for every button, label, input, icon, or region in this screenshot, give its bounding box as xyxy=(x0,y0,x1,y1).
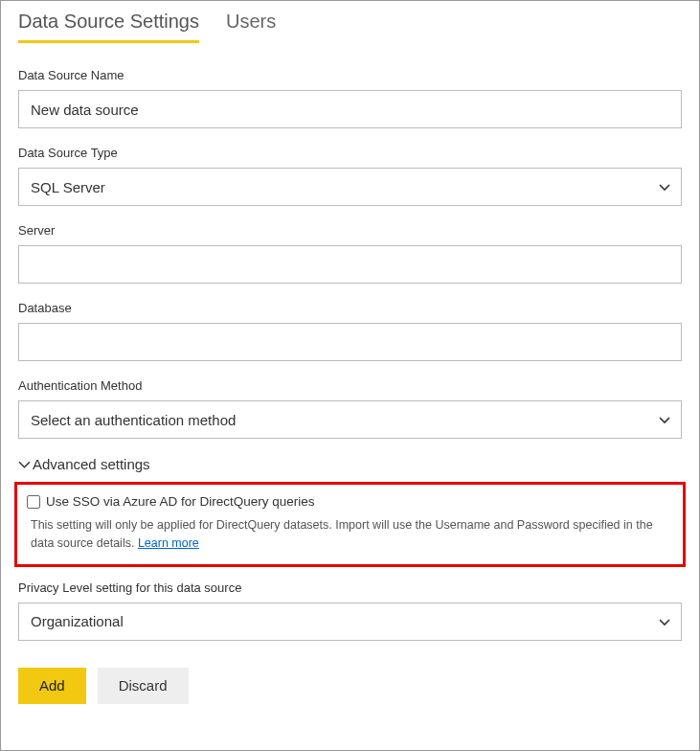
sso-highlight-box: Use SSO via Azure AD for DirectQuery que… xyxy=(14,482,686,567)
type-label: Data Source Type xyxy=(18,146,682,160)
sso-helper-text: This setting will only be applied for Di… xyxy=(27,516,673,553)
sso-checkbox-label: Use SSO via Azure AD for DirectQuery que… xyxy=(46,494,315,509)
discard-button[interactable]: Discard xyxy=(98,668,189,704)
name-label: Data Source Name xyxy=(18,68,682,82)
privacy-label: Privacy Level setting for this data sour… xyxy=(18,580,682,595)
database-label: Database xyxy=(18,301,682,315)
server-input[interactable] xyxy=(18,245,682,284)
type-select[interactable]: SQL Server xyxy=(18,168,682,206)
learn-more-link[interactable]: Learn more xyxy=(138,536,199,550)
add-button[interactable]: Add xyxy=(18,668,86,704)
sso-checkbox-row: Use SSO via Azure AD for DirectQuery que… xyxy=(27,494,673,509)
tab-data-source-settings[interactable]: Data Source Settings xyxy=(18,11,199,43)
auth-select[interactable]: Select an authentication method xyxy=(18,400,682,439)
chevron-down-icon xyxy=(18,456,31,472)
tab-users[interactable]: Users xyxy=(226,11,276,43)
field-privacy: Privacy Level setting for this data sour… xyxy=(18,580,682,641)
advanced-settings-toggle[interactable]: Advanced settings xyxy=(18,456,682,472)
field-database: Database xyxy=(18,301,682,361)
advanced-label: Advanced settings xyxy=(33,456,150,472)
field-server: Server xyxy=(18,223,682,284)
settings-form: Data Source Name Data Source Type SQL Se… xyxy=(1,43,699,721)
database-input[interactable] xyxy=(18,323,682,361)
sso-checkbox[interactable] xyxy=(27,495,40,509)
privacy-select[interactable]: Organizational xyxy=(18,603,682,641)
field-auth: Authentication Method Select an authenti… xyxy=(18,378,682,439)
name-input[interactable] xyxy=(18,90,682,128)
button-row: Add Discard xyxy=(18,668,682,704)
field-type: Data Source Type SQL Server xyxy=(18,146,682,206)
server-label: Server xyxy=(18,223,682,238)
field-name: Data Source Name xyxy=(18,68,682,128)
auth-label: Authentication Method xyxy=(18,378,682,393)
tab-bar: Data Source Settings Users xyxy=(1,1,699,43)
